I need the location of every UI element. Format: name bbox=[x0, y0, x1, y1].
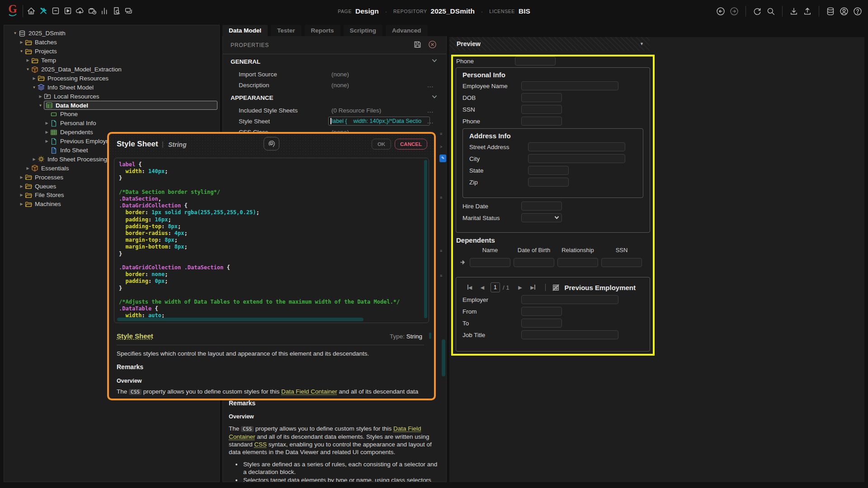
employee-name-input[interactable] bbox=[521, 81, 618, 90]
tree-item-personal-info[interactable]: ▶Personal Info bbox=[4, 119, 219, 128]
box-run-icon[interactable] bbox=[63, 6, 73, 16]
chat-icon[interactable] bbox=[124, 6, 134, 16]
property-group-general[interactable]: GENERAL bbox=[223, 54, 446, 69]
doc-link[interactable]: Data Field Container bbox=[281, 388, 337, 395]
from-input[interactable] bbox=[521, 307, 562, 316]
expander-closed-icon[interactable]: ▶ bbox=[18, 40, 25, 44]
tree-item-processing-resources[interactable]: ▶Processing Resources bbox=[4, 74, 219, 83]
expander-closed-icon[interactable]: ▶ bbox=[18, 175, 25, 179]
expander-closed-icon[interactable]: ▶ bbox=[24, 58, 31, 62]
tab-scripting[interactable]: Scripting bbox=[344, 25, 383, 36]
briefcase-clock-icon[interactable] bbox=[87, 6, 97, 16]
city-input[interactable] bbox=[528, 154, 625, 163]
expander-closed-icon[interactable]: ▶ bbox=[18, 184, 25, 188]
last-page-button[interactable]: ▶ bbox=[526, 285, 539, 291]
dependent-relationship-input[interactable] bbox=[557, 258, 598, 267]
prev-page-button[interactable]: ◀ bbox=[476, 285, 489, 291]
property-group-appearance[interactable]: APPEARANCE bbox=[223, 90, 446, 105]
cloud-upload-icon[interactable] bbox=[75, 6, 85, 16]
properties-scrollbar[interactable] bbox=[442, 339, 445, 376]
tree-item-phone[interactable]: Phone bbox=[4, 110, 219, 119]
nav-back-icon[interactable] bbox=[716, 6, 726, 16]
code-editor[interactable]: label { width: 140px;} /*Data Section bo… bbox=[114, 158, 429, 323]
home-icon[interactable] bbox=[26, 6, 36, 16]
tab-advanced[interactable]: Advanced bbox=[386, 25, 428, 36]
ellipsis-button[interactable]: ... bbox=[427, 118, 434, 125]
tree-item-2025-data-model-extraction[interactable]: ▼2025_Data_Model_Extraction bbox=[4, 65, 219, 74]
user-icon[interactable] bbox=[839, 6, 849, 16]
edit-pencil-icon[interactable]: ✎ bbox=[439, 155, 446, 162]
property-value-stylesheet[interactable]: label { width: 140px;}/*Data Sectio bbox=[328, 117, 430, 126]
refresh-icon[interactable] bbox=[752, 6, 762, 16]
expander-open-icon[interactable]: ▼ bbox=[24, 67, 31, 71]
ok-button[interactable]: OK bbox=[372, 139, 391, 150]
expander-closed-icon[interactable]: ▶ bbox=[43, 130, 50, 134]
tree-item-batches[interactable]: ▶Batches bbox=[4, 38, 219, 47]
first-page-button[interactable]: ◀ bbox=[463, 285, 476, 291]
database-icon[interactable] bbox=[826, 6, 835, 16]
expander-closed-icon[interactable]: ▶ bbox=[43, 121, 50, 125]
hire-date-input[interactable] bbox=[521, 202, 562, 211]
next-page-button[interactable]: ▶ bbox=[514, 285, 526, 291]
job-title-input[interactable] bbox=[521, 330, 618, 339]
expander-closed-icon[interactable]: ▶ bbox=[18, 193, 25, 197]
street-address-input[interactable] bbox=[528, 142, 625, 151]
repository-value[interactable]: 2025_DSmith bbox=[431, 7, 475, 15]
tab-reports[interactable]: Reports bbox=[305, 25, 340, 36]
horizontal-scrollbar[interactable] bbox=[117, 318, 363, 321]
tools-icon[interactable] bbox=[38, 6, 48, 16]
ellipsis-button[interactable]: ... bbox=[427, 107, 434, 114]
state-input[interactable] bbox=[528, 166, 569, 175]
nav-forward-icon[interactable] bbox=[729, 6, 739, 16]
dependent-date-of-birth-input[interactable] bbox=[514, 258, 554, 267]
dependent-name-input[interactable] bbox=[470, 258, 510, 267]
marital-status-select[interactable] bbox=[521, 213, 562, 222]
tree-item-data-model[interactable]: ▼Data Model bbox=[4, 101, 219, 110]
doc-title-link[interactable]: Style Sheet bbox=[117, 332, 153, 340]
box-archive-icon[interactable] bbox=[51, 6, 61, 16]
expander-open-icon[interactable]: ▼ bbox=[31, 85, 38, 89]
expander-open-icon[interactable]: ▼ bbox=[18, 49, 25, 53]
bar-chart-icon[interactable] bbox=[99, 6, 109, 16]
property-row-import-source[interactable]: Import Source(none) bbox=[223, 69, 446, 80]
property-row-included-style-sheets[interactable]: Included Style Sheets(0 Resource Files).… bbox=[223, 105, 446, 116]
cancel-button[interactable]: CANCEL bbox=[395, 139, 427, 150]
tree-item-projects[interactable]: ▼Projects bbox=[4, 47, 219, 56]
search-icon[interactable] bbox=[766, 6, 776, 16]
page-value[interactable]: Design bbox=[355, 7, 379, 15]
upload-icon[interactable] bbox=[802, 6, 812, 16]
tab-tester[interactable]: Tester bbox=[271, 25, 302, 36]
save-icon[interactable] bbox=[413, 40, 422, 49]
ellipsis-button[interactable]: ... bbox=[427, 82, 434, 89]
employer-input[interactable] bbox=[521, 295, 618, 304]
zip-input[interactable] bbox=[528, 178, 569, 187]
expander-closed-icon[interactable]: ▶ bbox=[24, 166, 31, 170]
doc-search-icon[interactable] bbox=[112, 6, 122, 16]
expander-open-icon[interactable]: ▼ bbox=[37, 103, 44, 108]
expander-open-icon[interactable]: ▼ bbox=[12, 31, 19, 35]
dob-input[interactable] bbox=[521, 93, 562, 102]
ai-assistant-button[interactable] bbox=[264, 137, 279, 150]
preview-header[interactable]: Preview▼ bbox=[449, 37, 650, 51]
phone-input[interactable] bbox=[521, 117, 562, 126]
to-input[interactable] bbox=[521, 319, 562, 328]
property-row-description[interactable]: Description(none)... bbox=[223, 80, 446, 90]
help-icon[interactable] bbox=[853, 6, 863, 16]
vertical-scrollbar[interactable] bbox=[424, 160, 427, 318]
expander-closed-icon[interactable]: ▶ bbox=[37, 94, 44, 99]
expander-closed-icon[interactable]: ▶ bbox=[31, 76, 38, 80]
tree-item-temp[interactable]: ▶Temp bbox=[4, 56, 219, 65]
tree-item-2025-dsmith[interactable]: ▼2025_DSmith bbox=[4, 29, 219, 38]
tree-item-local-resources[interactable]: ▶PLocal Resources bbox=[4, 92, 219, 101]
expander-closed-icon[interactable]: ▶ bbox=[18, 202, 25, 206]
ssn-input[interactable] bbox=[521, 105, 562, 114]
doc-link[interactable]: CSS bbox=[254, 441, 267, 448]
expander-closed-icon[interactable]: ▶ bbox=[31, 157, 38, 161]
close-properties-icon[interactable] bbox=[428, 40, 437, 49]
expander-closed-icon[interactable]: ▶ bbox=[43, 139, 50, 143]
grid-view-icon[interactable] bbox=[552, 284, 560, 291]
property-row-style-sheet[interactable]: Style Sheetlabel { width: 140px;}/*Data … bbox=[223, 116, 446, 127]
grooper-logo[interactable]: G bbox=[6, 3, 19, 20]
page-number-box[interactable]: 1 bbox=[491, 282, 500, 292]
tree-item-info-sheet-model[interactable]: ▼Info Sheet Model bbox=[4, 83, 219, 92]
